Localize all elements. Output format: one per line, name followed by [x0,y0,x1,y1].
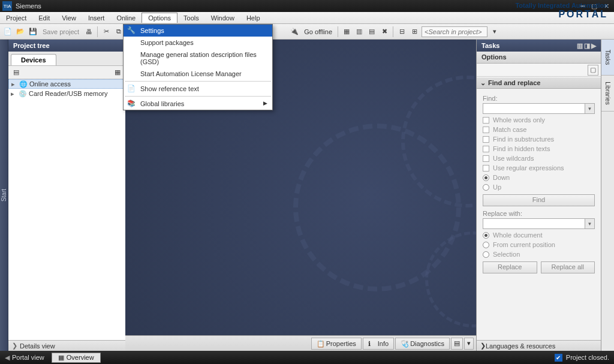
toolbar-icon-3[interactable]: ▤ [366,26,377,37]
options-window-icon[interactable]: ▢ [588,65,598,76]
search-input[interactable] [422,26,487,37]
tasks-panel: Tasks ▥ ◨ ▶ Options ▢ ⌄ Find and replace… [476,40,601,351]
menu-insert[interactable]: Insert [82,13,111,23]
overview-button[interactable]: ▦Overview [52,353,101,363]
replace-button[interactable]: Replace [483,261,537,273]
go-offline-icon[interactable]: 🔌 [289,26,300,37]
toolbar-icon-1[interactable]: ▦ [341,26,352,37]
print-icon[interactable]: 🖶 [83,26,94,37]
chevron-left-icon: ◀ [5,354,10,362]
spanner-icon: 🔧 [127,26,136,35]
replace-all-button[interactable]: Replace all [541,261,595,273]
menu-project[interactable]: Project [0,13,32,23]
radio-whole-document[interactable]: Whole document [483,231,595,239]
tab-properties[interactable]: 📋 Properties [311,338,362,350]
menu-help[interactable]: Help [240,13,266,23]
options-header[interactable]: Options [477,52,601,64]
find-dropdown-icon[interactable]: ▼ [585,104,594,113]
tab-layout-1[interactable]: ▤ [451,338,463,350]
globe-icon: 🌐 [19,80,28,88]
diagnostics-icon: 🩺 [401,340,408,347]
side-tab-tasks[interactable]: Tasks [601,40,614,76]
chevron-right-icon: ❯ [480,342,486,350]
dropdown-separator [125,81,271,82]
replace-dropdown-icon[interactable]: ▼ [585,219,594,228]
tab-info[interactable]: ℹ Info [363,338,394,350]
left-strip[interactable]: Start [0,40,8,351]
doc-icon: 📄 [127,85,136,93]
dropdown-manage-gsd[interactable]: Manage general station description files… [124,49,272,68]
save-icon[interactable]: 💾 [28,26,38,37]
toolbar-icon-5[interactable]: ⊞ [409,26,420,37]
radio-selection[interactable]: Selection [483,251,595,258]
dropdown-global-libraries[interactable]: 📚 Global libraries ▶ [124,98,272,110]
radio-down[interactable]: Down [483,174,595,181]
app-icon: TIA [2,1,12,11]
details-view-toggle[interactable]: ❯ Details view [8,340,125,351]
replace-label: Replace with: [483,210,595,217]
side-tab-libraries[interactable]: Libraries [601,76,614,112]
search-dropdown-icon[interactable]: ▾ [489,26,500,37]
check-substructures[interactable]: Find in substructures [483,136,595,143]
cut-icon[interactable]: ✂ [101,26,112,37]
menu-edit[interactable]: Edit [32,13,56,23]
toolbar-delete-icon[interactable]: ✖ [379,26,390,37]
go-offline-label[interactable]: Go offline [302,28,335,35]
dropdown-license-manager[interactable]: Start Automation License Manager [124,68,272,80]
chevron-right-icon: ❯ [12,342,17,350]
languages-resources-toggle[interactable]: ❯ Languages & resources [477,340,601,351]
menu-tools[interactable]: Tools [177,13,205,23]
check-match-case[interactable]: Match case [483,126,595,133]
submenu-arrow-icon: ▶ [263,100,267,106]
find-label: Find: [483,95,595,102]
find-button[interactable]: Find [483,194,595,206]
open-project-icon[interactable]: 📂 [15,26,26,37]
toolbar-icon-2[interactable]: ▥ [354,26,365,37]
side-tabs: Tasks Libraries [601,40,614,351]
overview-icon: ▦ [58,354,64,361]
find-replace-header[interactable]: ⌄ Find and replace [477,77,601,89]
status-check-icon: ✔ [555,354,562,362]
tree-item-online-access[interactable]: ▸ 🌐 Online access [8,79,125,89]
project-tree-panel: Project tree Devices ▤ ▦ ▸ 🌐 Online acce… [8,40,125,351]
dropdown-show-reference[interactable]: 📄 Show reference text [124,83,272,95]
toolbar-icon-4[interactable]: ⊟ [396,26,407,37]
usb-icon: 💿 [19,89,27,98]
radio-current-position[interactable]: From current position [483,241,595,248]
portal-view-button[interactable]: ◀ Portal view [5,354,44,362]
menu-view[interactable]: View [56,13,82,23]
statusbar: ◀ Portal view ▦Overview ✔ Project closed… [0,351,614,364]
check-regex[interactable]: Use regular expressions [483,164,595,172]
menu-options[interactable]: Options [142,13,177,23]
properties-icon: 📋 [317,340,324,347]
check-whole-words[interactable]: Whole words only [483,116,595,124]
radio-up[interactable]: Up [483,183,595,191]
panel-collapse-icon[interactable]: ◨ [584,42,590,50]
info-icon: ℹ [368,340,375,347]
menu-window[interactable]: Window [205,13,240,23]
panel-pin-icon[interactable]: ▥ [577,42,583,50]
dropdown-support-packages[interactable]: Support packages [124,37,272,49]
tab-diagnostics[interactable]: 🩺 Diagnostics [395,338,450,350]
status-text: Project closed. [566,354,609,361]
tree-item-card-reader[interactable]: ▸ 💿 Card Reader/USB memory [8,89,125,98]
find-input[interactable]: ▼ [483,103,595,114]
expand-icon[interactable]: ▸ [11,90,17,98]
tab-devices[interactable]: Devices [11,54,56,65]
toolbar: 📄 📂 💾 Save project 🖶 ✂ ⧉ 📋 🔌 Go offline … [0,24,614,40]
check-hidden-texts[interactable]: Find in hidden texts [483,145,595,152]
tree-toolbar-icon-2[interactable]: ▦ [112,67,123,78]
tab-layout-2[interactable]: ▾ [464,338,474,350]
new-project-icon[interactable]: 📄 [2,26,13,37]
tasks-header: Tasks ▥ ◨ ▶ [477,40,601,52]
panel-arrow-icon[interactable]: ▶ [591,42,596,50]
tree-toolbar-icon-1[interactable]: ▤ [11,67,22,78]
options-dropdown: 🔧 Settings Support packages Manage gener… [123,24,273,110]
dropdown-settings[interactable]: 🔧 Settings [124,25,272,37]
expand-icon[interactable]: ▸ [11,80,17,88]
replace-input[interactable]: ▼ [483,218,595,229]
check-wildcards[interactable]: Use wildcards [483,155,595,162]
book-icon: 📚 [127,100,136,108]
dropdown-separator [125,96,271,97]
menu-online[interactable]: Online [110,13,142,23]
